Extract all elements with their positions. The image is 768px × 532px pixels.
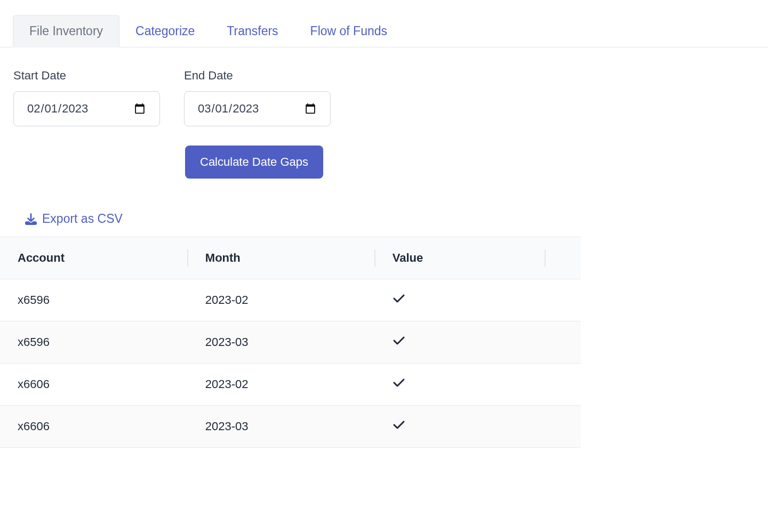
table-row: x66062023-03 [0, 406, 581, 448]
cell-account: x6596 [0, 279, 187, 321]
cell-value [374, 321, 545, 364]
cell-extra [545, 406, 581, 448]
cell-account: x6606 [0, 406, 187, 448]
tab-flow-of-funds[interactable]: Flow of Funds [294, 15, 403, 47]
cell-month: 2023-02 [187, 364, 374, 406]
cell-month: 2023-02 [187, 279, 374, 321]
start-date-input[interactable] [13, 91, 160, 126]
cell-account: x6596 [0, 321, 187, 364]
table-row: x65962023-02 [0, 279, 581, 321]
start-date-label: Start Date [13, 69, 160, 83]
check-icon [393, 334, 405, 347]
cell-extra [545, 279, 581, 321]
cell-extra [545, 364, 581, 406]
end-date-label: End Date [184, 69, 331, 83]
table-header-row: Account Month Value [0, 237, 581, 279]
cell-value [374, 364, 545, 406]
col-header-extra [545, 237, 581, 279]
tab-categorize[interactable]: Categorize [119, 15, 211, 47]
check-icon [393, 418, 405, 431]
tab-file-inventory[interactable]: File Inventory [13, 15, 119, 47]
export-csv-label: Export as CSV [42, 212, 123, 226]
table-body: x65962023-02x65962023-03x66062023-02x660… [0, 279, 581, 448]
col-header-account[interactable]: Account [0, 237, 187, 279]
table-row: x65962023-03 [0, 321, 581, 364]
download-icon [25, 213, 37, 225]
cell-month: 2023-03 [187, 406, 374, 448]
button-row: Calculate Date Gaps [185, 146, 755, 179]
check-icon [393, 292, 405, 305]
col-header-month[interactable]: Month [187, 237, 374, 279]
col-header-value[interactable]: Value [374, 237, 545, 279]
tab-bar: File Inventory Categorize Transfers Flow… [0, 0, 768, 47]
table-row: x66062023-02 [0, 364, 581, 406]
cell-extra [545, 321, 581, 364]
cell-value [374, 279, 545, 321]
end-date-group: End Date [184, 69, 331, 126]
table-wrapper: Account Month Value x65962023-02x6596202… [0, 237, 581, 448]
tab-transfers[interactable]: Transfers [211, 15, 294, 47]
cell-account: x6606 [0, 364, 187, 406]
start-date-group: Start Date [13, 69, 160, 126]
check-icon [393, 376, 405, 389]
cell-month: 2023-03 [187, 321, 374, 364]
tab-content: Start Date End Date Calculate Date Gaps … [0, 47, 768, 237]
date-controls: Start Date End Date [13, 69, 755, 126]
end-date-input[interactable] [184, 91, 331, 126]
calculate-date-gaps-button[interactable]: Calculate Date Gaps [185, 146, 323, 179]
export-csv-link[interactable]: Export as CSV [25, 212, 123, 226]
results-table: Account Month Value x65962023-02x6596202… [0, 237, 581, 448]
cell-value [374, 406, 545, 448]
